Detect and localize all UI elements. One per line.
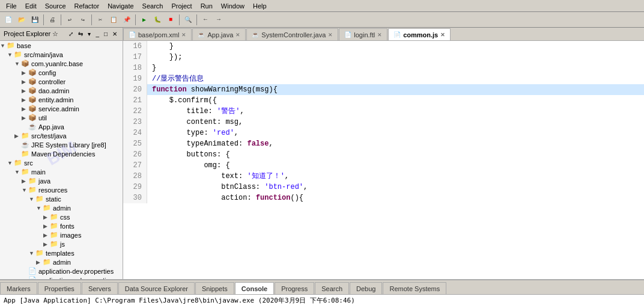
explorer-link[interactable]: ⇆ [76,30,85,38]
tab-close-button[interactable]: ✕ [377,32,382,38]
toolbar-paste[interactable]: 📌 [121,14,133,26]
tree-item[interactable]: ▶📦util [0,113,123,122]
tab-close-button[interactable]: ✕ [328,32,333,38]
menu-window[interactable]: Window [217,1,248,11]
tab-close-button[interactable]: ✕ [181,32,186,38]
line-number: 16 [123,41,147,52]
menu-navigate[interactable]: Navigate [104,1,137,11]
toolbar-new[interactable]: 📄 [2,14,14,26]
menu-edit[interactable]: Edit [22,1,40,11]
toolbar-search[interactable]: 🔍 [182,14,194,26]
tree-item[interactable]: ▶📦config [0,68,123,77]
tree-item[interactable]: ▶📁js [0,239,123,248]
tree-indent [0,196,29,203]
line-code: function showWarningMsg(msg){ [147,84,644,95]
tree-item[interactable]: ▶📁css [0,212,123,221]
main-layout: BIM Project Explorer ☆ ⤢ ⇆ ▾ _ □ ✕ ▼📁bas… [0,28,644,279]
line-code: //显示警告信息 [147,73,644,84]
bottom-tab[interactable]: Progress [275,282,314,294]
tree-item[interactable]: ▼📁src [0,158,123,167]
tree-item[interactable]: 📁Maven Dependencies [0,149,123,158]
editor-tab[interactable]: 📄common.js✕ [388,28,451,40]
code-line: 25 typeAnimated: false, [123,138,644,149]
tree-item[interactable]: ▶📦entity.admin [0,95,123,104]
tree-item[interactable]: 📄application-prd.properties [0,276,123,279]
code-line: 19//显示警告信息 [123,73,644,84]
toolbar-print[interactable]: 🖨 [46,14,58,26]
toolbar-stop[interactable]: ■ [165,14,177,26]
bottom-tab[interactable]: Remote Systems [383,282,446,294]
bottom-tab[interactable]: Data Source Explorer [118,282,195,294]
line-number: 22 [123,106,147,117]
code-editor[interactable]: 16 }17 });18}19//显示警告信息20function showWa… [123,41,644,279]
menu-help[interactable]: Help [249,1,270,11]
tree-icon: 📁 [28,186,37,194]
tree-label: main [31,168,46,176]
toolbar-cut[interactable]: ✂ [94,14,106,26]
tree-item[interactable]: ☕JRE System Library [jre8] [0,140,123,149]
line-code: } [147,41,644,52]
toolbar-debug[interactable]: 🐛 [151,14,163,26]
tree-label: Maven Dependencies [31,150,95,158]
toolbar-forward[interactable]: → [213,14,225,26]
line-code: content: msg, [147,117,644,128]
bottom-tab[interactable]: Snippets [195,282,234,294]
toolbar-undo[interactable]: ↩ [64,14,76,26]
tree-item[interactable]: ▼📁static [0,194,123,203]
tree-item[interactable]: ▼📁src/main/java [0,50,123,59]
tree-arrow: ▶ [22,79,28,85]
bottom-tab[interactable]: Search [315,282,349,294]
toolbar-open[interactable]: 📂 [16,14,28,26]
bottom-tab[interactable]: Console [235,282,274,294]
code-line: 26 buttons: { [123,149,644,160]
explorer-maximize[interactable]: □ [102,30,109,38]
menu-file[interactable]: File [2,1,20,11]
toolbar-save[interactable]: 💾 [29,14,41,26]
tree-item[interactable]: ▼📁base [0,41,123,50]
bottom-tab[interactable]: Markers [0,282,37,294]
tree-item[interactable]: ▼📁resources [0,185,123,194]
tree-item[interactable]: ▶📁java [0,176,123,185]
explorer-menu[interactable]: ▾ [86,30,93,38]
bottom-tab[interactable]: Debug [350,282,382,294]
menu-project[interactable]: Project [168,1,195,11]
toolbar-run[interactable]: ▶ [138,14,150,26]
tab-close-button[interactable]: ✕ [440,32,445,38]
toolbar-copy[interactable]: 📋 [108,14,120,26]
editor-tab[interactable]: ☕SystemController.java✕ [246,28,338,40]
tab-close-button[interactable]: ✕ [235,32,240,38]
tree-item[interactable]: ▶📁images [0,230,123,239]
tree-item[interactable]: ▼📦com.yuanlrc.base [0,59,123,68]
menu-source[interactable]: Source [41,1,70,11]
tree-item[interactable]: 📄application-dev.properties [0,266,123,276]
tree-item[interactable]: ▶📦controller [0,77,123,86]
tree-item[interactable]: ▶📁src/test/java [0,131,123,140]
menu-run[interactable]: Run [197,1,216,11]
bottom-tab[interactable]: Properties [38,282,81,294]
menu-refactor[interactable]: Refactor [71,1,103,11]
tree-item[interactable]: ▶📦dao.admin [0,86,123,95]
tree-label: src/main/java [24,51,63,58]
tree-item[interactable]: ☕App.java [0,122,123,131]
tree-item[interactable]: ▶📁fonts [0,221,123,230]
tab-label: login.ftl [354,31,375,38]
editor-tab[interactable]: ☕App.java✕ [192,28,246,40]
bottom-tab[interactable]: Servers [82,282,118,294]
menu-search[interactable]: Search [139,1,167,11]
tree-item[interactable]: ▶📁admin [0,257,123,266]
line-code: action: function(){ [147,192,644,203]
tree-label: js [60,241,65,248]
tree-item[interactable]: ▼📁admin [0,203,123,212]
explorer-close[interactable]: ✕ [111,30,119,38]
toolbar-redo[interactable]: ↪ [77,14,89,26]
tree-item[interactable]: ▼📁main [0,167,123,176]
tree-item[interactable]: ▶📦service.admin [0,104,123,113]
toolbar-back[interactable]: ← [199,14,211,26]
editor-tab[interactable]: 📄base/pom.xml✕ [123,28,192,40]
explorer-collapse-all[interactable]: ⤢ [67,30,75,38]
explorer-minimize[interactable]: _ [94,30,101,38]
line-code: btnClass: 'btn-red', [147,182,644,192]
tree-arrow: ▼ [14,169,20,175]
editor-tab[interactable]: 📄login.ftl✕ [339,28,387,40]
tree-item[interactable]: ▼📁templates [0,248,123,257]
